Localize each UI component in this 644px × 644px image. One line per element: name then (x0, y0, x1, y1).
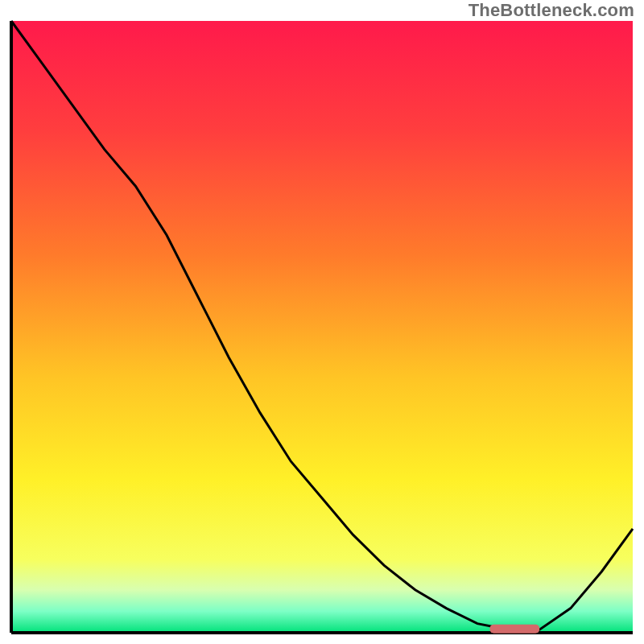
chart-container: TheBottleneck.com (0, 0, 644, 644)
bottleneck-chart (0, 0, 644, 644)
gradient-background (11, 21, 633, 633)
attribution-text: TheBottleneck.com (469, 0, 634, 21)
optimal-zone-marker (489, 625, 539, 634)
